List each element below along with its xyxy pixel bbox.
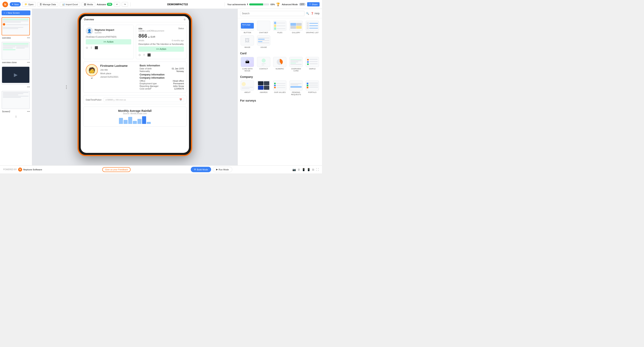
undo-button[interactable]: ↩: [114, 2, 120, 7]
contact-avatar: 👤: [86, 27, 93, 34]
tablet-icon[interactable]: 📱: [302, 168, 305, 171]
help-button[interactable]: ❓ Help: [311, 12, 320, 15]
arrow-up-icon: ▲: [148, 36, 150, 38]
layout-icon[interactable]: ⊞: [312, 168, 314, 171]
new-button[interactable]: ✦ New: [10, 2, 21, 6]
component-gallery[interactable]: GALLERY: [289, 21, 304, 34]
component-graphiclist[interactable]: GRAPHIC LIST: [305, 21, 320, 34]
help-circle-icon2[interactable]: ⊙: [138, 53, 141, 56]
help-icon: ❓: [311, 12, 314, 15]
screen-menu-overview[interactable]: •••: [27, 36, 30, 39]
gallery-thumb: [290, 21, 303, 31]
share-button[interactable]: ⇧ Share: [307, 2, 320, 6]
info-icon: ℹ: [247, 3, 248, 6]
metric-action-button[interactable]: >> Action: [138, 46, 184, 52]
resize-handle[interactable]: ⠿: [15, 115, 17, 118]
screen-item-dark[interactable]: ▶ •••: [2, 66, 30, 88]
metric-card: title subtitle | unitOfMeasurement Statu…: [136, 25, 186, 59]
screen-item-overview-clone[interactable]: overview clone •••: [2, 42, 30, 64]
new-screen-button[interactable]: + + New Screen: [2, 10, 30, 15]
screen-thumb-dark[interactable]: ▶: [2, 66, 30, 84]
cardimage-thumb: 🏔: [241, 57, 254, 67]
phone-icon[interactable]: 📱: [307, 168, 310, 171]
component-awards[interactable]: AWARDS: [256, 80, 271, 96]
desktop-icon[interactable]: 🖥: [298, 168, 300, 171]
contact-thumb: [257, 57, 270, 67]
advanced-mode-section: Advanced Mode OFF: [282, 3, 306, 6]
topbar: N ✦ New 📁 Open 🗄 Manage Data 📊 Import Ex…: [0, 0, 322, 9]
search-input[interactable]: [240, 11, 304, 16]
screen-thumb-overview-clone[interactable]: [2, 42, 30, 60]
screen-thumb-overview[interactable]: [2, 17, 30, 35]
right-panel: 🔍 ❓ Help Next page → BUTTON: [238, 9, 322, 165]
neptune-logo: N: [18, 168, 22, 172]
screen-menu-clone[interactable]: •••: [27, 61, 30, 64]
component-ourvalues[interactable]: OUR VALUES: [272, 80, 287, 96]
component-usage[interactable]: USAGE: [256, 35, 271, 48]
screenshot-icon[interactable]: 📷: [292, 168, 296, 171]
screen-item-overview[interactable]: overview •••: [2, 17, 30, 39]
search-icon[interactable]: 🔍: [306, 12, 309, 15]
feedback-button[interactable]: Give us your Feedback: [102, 167, 130, 172]
component-files[interactable]: FILES: [272, 21, 287, 34]
plus-icon: ✦: [12, 3, 14, 6]
build-mode-button[interactable]: ⚙ Build Mode: [191, 167, 211, 172]
portals-thumb: [306, 80, 319, 90]
numeric-thumb: [273, 57, 286, 67]
component-button[interactable]: Next page → BUTTON: [240, 21, 255, 34]
database-icon: 🗄: [40, 3, 42, 6]
general-components-section: Next page → BUTTON CHA: [240, 21, 320, 48]
import-excel-button[interactable]: 📊 Import Excel: [60, 2, 80, 7]
divider2: [224, 2, 225, 6]
manage-data-button[interactable]: 🗄 Manage Data: [38, 2, 58, 7]
pendingreqs-thumb: [290, 80, 303, 90]
excel-icon: 📊: [62, 3, 65, 6]
redo-button[interactable]: ↪: [122, 2, 128, 7]
card-components-section: Card 🏔 CARD WITH IMAGE: [240, 52, 320, 72]
build-icon: ⚙: [194, 168, 196, 171]
component-about[interactable]: ABOUT: [240, 80, 255, 96]
top-cards-row: 👤 Neptune Impact subtitle {TestData>/Cus…: [83, 25, 186, 59]
share-icon[interactable]: ⇧: [90, 46, 92, 49]
component-overviewcard[interactable]: OVERVIEW CARD: [289, 57, 304, 72]
share-icon2[interactable]: ⇧: [143, 53, 145, 56]
component-contact[interactable]: CONTACT: [256, 57, 271, 72]
open-button[interactable]: 📁 Open: [22, 2, 36, 7]
chatbot-thumb: [257, 21, 270, 31]
profile-card: 🧑 ⇄ Firstname Lastname Job title Work pl…: [83, 61, 186, 93]
contact-info: Neptune Impact subtitle: [94, 28, 114, 34]
screen-thumb-screen2[interactable]: [2, 91, 30, 109]
bookmark-icon[interactable]: ⬛: [94, 46, 98, 49]
media-button[interactable]: 🖼 Media: [82, 2, 95, 7]
progress-fill: [249, 3, 263, 5]
screen-item-screen2[interactable]: Screen2 •••: [2, 91, 30, 113]
contact-card: 👤 Neptune Impact subtitle {TestData>/Cus…: [83, 25, 134, 59]
help-circle-icon[interactable]: ⊙: [86, 46, 88, 49]
screen-menu-screen2[interactable]: •••: [27, 110, 30, 113]
bookmark-icon2[interactable]: ⬛: [147, 53, 151, 56]
right-panel-content: Next page → BUTTON CHA: [238, 18, 322, 165]
datetime-input[interactable]: d MMM y, HH:mm:ss 📅: [104, 97, 184, 102]
component-cardimage[interactable]: 🏔 CARD WITH IMAGE: [240, 57, 255, 72]
button-thumb: Next page →: [241, 21, 254, 31]
component-image[interactable]: 🖼 IMAGE: [240, 35, 255, 48]
component-simple[interactable]: SIMPLE: [305, 57, 320, 72]
component-chatbot[interactable]: CHAT BOT: [256, 21, 271, 34]
files-thumb: [273, 21, 286, 31]
canvas: Overview ⚙ 👤 Neptune Impact: [32, 9, 238, 165]
fullscreen-icon[interactable]: ⛶: [316, 168, 319, 171]
image-placeholder-icon: 🖼: [245, 38, 250, 43]
device-frame: Overview ⚙ 👤 Neptune Impact: [78, 13, 192, 156]
component-pendingreqs[interactable]: PENDING REQUESTS: [289, 80, 304, 96]
contact-action-button[interactable]: >> Action: [86, 39, 131, 44]
advanced-mode-state[interactable]: OFF: [299, 3, 306, 6]
screen-menu-dark[interactable]: •••: [27, 85, 30, 88]
component-numeric[interactable]: NUMERIC: [272, 57, 287, 72]
ourvalues-thumb: [273, 80, 286, 90]
simple-thumb: [306, 57, 319, 67]
run-mode-button[interactable]: ▶ Run Mode: [213, 167, 232, 172]
autosave-state[interactable]: ON: [107, 3, 112, 6]
company-components-section: Company ABOUT: [240, 75, 320, 96]
component-portals[interactable]: PORTALS: [305, 80, 320, 96]
graphiclist-thumb: [306, 21, 319, 31]
